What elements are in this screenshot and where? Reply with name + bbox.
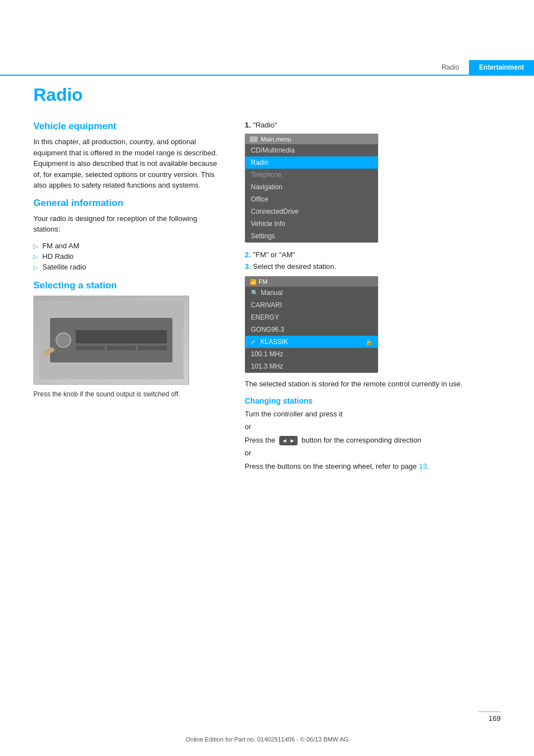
step-1-label-row: 1. "Radio" (245, 121, 501, 129)
step-3-number: 3. (245, 262, 251, 271)
step-2: 2. "FM" or "AM" (245, 251, 501, 259)
menu-title-bar: Main menu (245, 134, 378, 144)
screenshot-caption: Press the knob if the sound output is sw… (33, 389, 222, 399)
fm-title-bar: 📶 FM (245, 277, 378, 287)
bullet-satellite-text: Satellite radio (42, 263, 86, 271)
menu-item-telephone: Telephone (245, 169, 378, 181)
two-column-layout: Vehicle equipment In this chapter, all p… (33, 121, 501, 478)
menu-item-cd: CD/Multimedia (245, 144, 378, 156)
step-2-number: 2. (245, 251, 251, 259)
changing-stations-heading: Changing stations (245, 396, 501, 405)
fm-item-100mhz: 100.1 MHz (245, 348, 378, 360)
changing-stations-line3: Press the buttons on the steering wheel,… (245, 461, 501, 472)
search-icon: 🔍 (251, 289, 259, 297)
bullet-fm-am-text: FM and AM (42, 242, 79, 250)
changing-stations-line2-start: Press the (245, 436, 275, 444)
step-2-text: "FM" or "AM" (253, 251, 295, 259)
step-1-text: "Radio" (253, 121, 277, 129)
fm-item-manual: 🔍 Manual (245, 287, 378, 299)
left-arrow-icon: ◄ (282, 436, 288, 445)
menu-item-connecteddrive: ConnectedDrive (245, 205, 378, 218)
fm-item-energy: ENERGY (245, 311, 378, 323)
fm-list-screenshot: 📶 FM 🔍 Manual CARIVARI ENERGY GONG96.3 ✓… (245, 276, 378, 373)
vehicle-equipment-section: Vehicle equipment In this chapter, all p… (33, 121, 222, 191)
menu-item-navigation: Navigation (245, 181, 378, 193)
car-interior-bg (39, 301, 184, 379)
bullet-arrow-2: ▷ (33, 253, 38, 261)
checkmark-icon: ✓ (251, 338, 256, 346)
bullet-hd-radio-text: HD Radio (42, 252, 73, 261)
page-link-text: 13 (419, 462, 427, 470)
right-column: 1. "Radio" Main menu CD/Multimedia Radio… (245, 121, 501, 478)
tab-radio-label: Radio (442, 63, 459, 71)
menu-item-radio: Radio (245, 156, 378, 169)
menu-item-vehicleinfo: Vehicle Info (245, 218, 378, 230)
line3-end: . (427, 462, 429, 470)
fm-title-text: FM (259, 278, 268, 285)
general-information-heading: General information (33, 198, 222, 209)
main-content: Radio Vehicle equipment In this chapter,… (33, 76, 501, 711)
step-3: 3. Select the desired station. (245, 262, 501, 271)
radio-device-screenshot (33, 296, 189, 385)
lock-icon: 🔒 (365, 339, 372, 345)
bullet-fm-am: ▷ FM and AM (33, 242, 222, 250)
changing-stations-or2: or (245, 448, 501, 459)
changing-stations-line2-end: button for the corresponding direction (301, 436, 421, 444)
tab-entertainment[interactable]: Entertainment (469, 60, 534, 75)
vehicle-equipment-body: In this chapter, all production, country… (33, 136, 222, 191)
general-information-body: Your radio is designed for reception of … (33, 213, 222, 235)
main-menu-screenshot: Main menu CD/Multimedia Radio Telephone … (245, 134, 378, 243)
page-number: 169 (478, 711, 501, 723)
menu-item-settings: Settings (245, 230, 378, 242)
general-information-bullets: ▷ FM and AM ▷ HD Radio ▷ Satellite radio (33, 242, 222, 271)
page-13-link[interactable]: 13 (419, 462, 427, 470)
selecting-station-heading: Selecting a station (33, 280, 222, 291)
page-title: Radio (33, 85, 501, 105)
fm-item-gong: GONG96.3 (245, 323, 378, 336)
header-tabs: Radio Entertainment (432, 60, 534, 75)
hand-pointer (43, 349, 55, 354)
fm-klassik-label: KLASSIK (260, 338, 288, 346)
right-arrow-icon: ► (289, 436, 295, 445)
knob-icon (56, 332, 71, 348)
stored-station-text: The selected station is stored for the r… (245, 379, 501, 390)
bullet-arrow-1: ▷ (33, 243, 38, 250)
bullet-arrow-3: ▷ (33, 264, 38, 271)
fm-signal-icon: 📶 (250, 279, 256, 285)
fm-item-klassik: ✓ KLASSIK 🔒 (245, 336, 378, 348)
footer-text: Online Edition for Part no. 01402911406 … (185, 736, 348, 743)
fm-item-carivari: CARIVARI (245, 299, 378, 311)
step-1-number: 1. (245, 121, 251, 129)
radio-panel (50, 318, 172, 362)
line3-start: Press the buttons on the steering wheel,… (245, 462, 419, 470)
changing-stations-line1: Turn the controller and press it (245, 409, 501, 420)
fm-manual-label: Manual (261, 289, 283, 297)
menu-title-text: Main menu (261, 136, 291, 143)
radio-display (76, 330, 167, 350)
menu-icon (250, 136, 258, 142)
changing-stations-or1: or (245, 421, 501, 433)
step-1: 1. "Radio" Main menu CD/Multimedia Radio… (245, 121, 501, 243)
bullet-satellite: ▷ Satellite radio (33, 263, 222, 271)
selecting-station-section: Selecting a station (33, 280, 222, 399)
menu-item-office: Office (245, 193, 378, 205)
tab-entertainment-label: Entertainment (479, 63, 524, 71)
bullet-hd-radio: ▷ HD Radio (33, 252, 222, 261)
left-column: Vehicle equipment In this chapter, all p… (33, 121, 222, 478)
direction-button: ◄ ► (279, 436, 298, 445)
tab-radio[interactable]: Radio (432, 60, 469, 75)
changing-stations-section: Changing stations Turn the controller an… (245, 396, 501, 472)
footer: Online Edition for Part no. 01402911406 … (0, 736, 534, 743)
vehicle-equipment-heading: Vehicle equipment (33, 121, 222, 132)
step-3-text: Select the desired station. (253, 262, 337, 271)
general-information-section: General information Your radio is design… (33, 198, 222, 271)
header-bar: Radio Entertainment (0, 60, 534, 76)
screenshot-inner (34, 296, 189, 384)
changing-stations-line2-wrapper: Press the ◄ ► button for the correspondi… (245, 435, 501, 446)
fm-item-101mhz: 101.3 MHz (245, 360, 378, 372)
